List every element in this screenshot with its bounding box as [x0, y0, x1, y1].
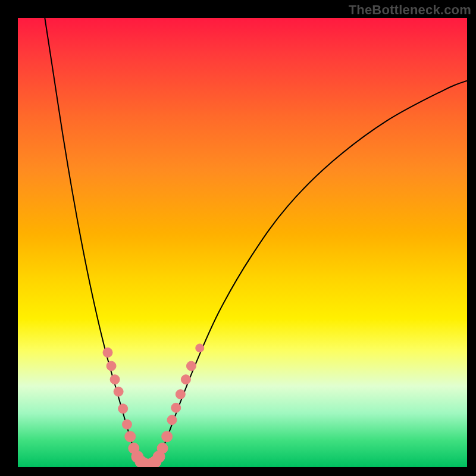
data-marker	[196, 344, 204, 352]
data-marker	[135, 456, 147, 467]
data-marker	[186, 361, 196, 371]
data-marker	[171, 403, 181, 412]
chart-curve-left-branch	[45, 18, 139, 462]
data-marker	[139, 458, 151, 467]
data-marker	[153, 451, 165, 463]
data-marker	[146, 458, 158, 467]
data-marker	[157, 443, 168, 453]
chart-frame: TheBottleneck.com	[0, 0, 476, 476]
data-marker	[149, 456, 161, 467]
data-marker	[122, 419, 131, 429]
data-marker	[125, 431, 136, 442]
data-marker	[110, 375, 120, 384]
data-marker	[142, 459, 154, 467]
plot-area	[18, 18, 467, 467]
data-marker	[118, 404, 128, 414]
data-marker	[131, 451, 143, 463]
data-marker	[107, 361, 116, 371]
data-marker	[114, 387, 123, 396]
chart-svg	[18, 18, 467, 467]
data-marker	[167, 415, 177, 425]
data-marker	[129, 443, 139, 453]
data-marker	[162, 431, 173, 442]
watermark-text: TheBottleneck.com	[349, 2, 471, 18]
data-marker	[176, 390, 185, 399]
data-marker	[103, 347, 112, 357]
data-marker	[181, 375, 190, 384]
chart-curve-valley-floor	[139, 462, 157, 466]
chart-curve-right-branch	[157, 81, 467, 463]
